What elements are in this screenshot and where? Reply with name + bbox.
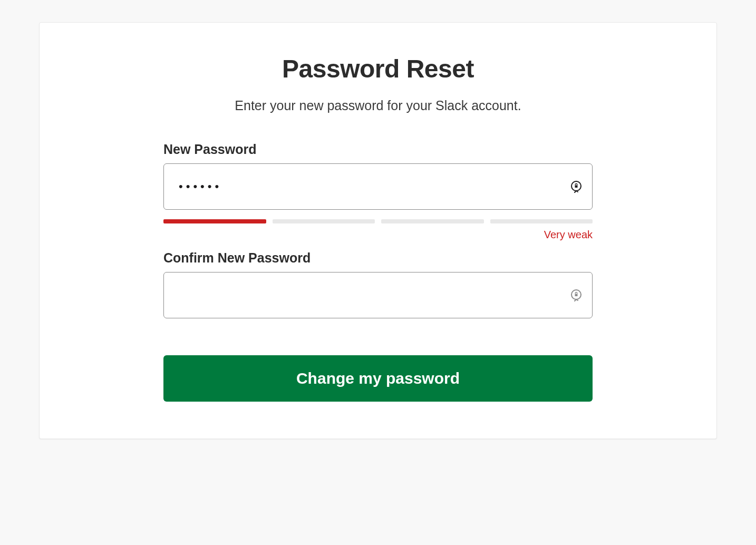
strength-label: Very weak: [163, 229, 593, 241]
password-strength-meter: Very weak: [163, 219, 593, 241]
strength-bars: [163, 219, 593, 223]
svg-rect-3: [575, 294, 578, 297]
confirm-password-wrapper: [163, 272, 593, 318]
strength-bar-1: [163, 219, 266, 223]
svg-rect-1: [575, 186, 578, 188]
confirm-password-label: Confirm New Password: [163, 250, 593, 266]
strength-bar-3: [381, 219, 484, 223]
lock-rotate-icon[interactable]: [569, 180, 583, 193]
confirm-password-group: Confirm New Password: [163, 250, 593, 318]
confirm-password-input[interactable]: [163, 272, 593, 318]
password-reset-card: Password Reset Enter your new password f…: [39, 22, 717, 439]
new-password-input[interactable]: [163, 163, 593, 210]
new-password-label: New Password: [163, 142, 593, 157]
page-title: Password Reset: [163, 54, 593, 83]
strength-bar-2: [273, 219, 375, 223]
page-subtitle: Enter your new password for your Slack a…: [163, 98, 593, 113]
strength-bar-4: [490, 219, 593, 223]
new-password-group: New Password Very weak: [163, 142, 593, 241]
change-password-button[interactable]: Change my password: [163, 355, 593, 402]
new-password-wrapper: [163, 163, 593, 210]
lock-rotate-icon[interactable]: [569, 288, 583, 302]
